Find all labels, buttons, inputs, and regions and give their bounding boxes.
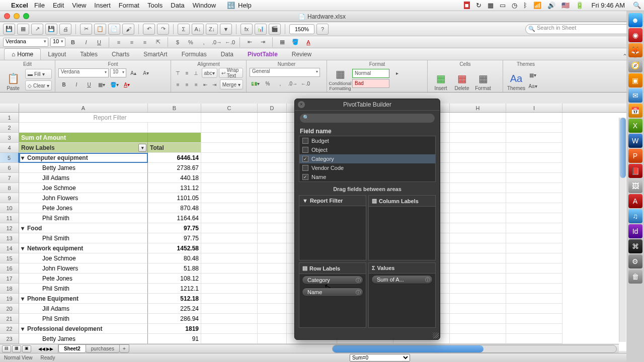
row-header[interactable]: 17 [0,274,19,284]
cell[interactable] [506,263,562,274]
cell[interactable] [450,213,506,223]
cell[interactable] [201,223,258,233]
row-header[interactable]: 21 [0,314,19,324]
show-formulas-button[interactable]: fx [240,24,253,35]
cell[interactable] [506,233,562,243]
pt-value[interactable]: 870.48 [148,203,201,213]
col-header-c[interactable]: C [201,104,258,112]
ribbon-font-picker[interactable]: Verdana [58,68,109,77]
cell[interactable] [450,153,506,163]
cell[interactable] [258,123,287,133]
pt-value[interactable]: 80.48 [148,253,201,263]
cell[interactable] [258,203,287,213]
cell[interactable] [19,123,148,133]
row-header[interactable]: 3 [0,133,19,143]
col-header-a[interactable]: A [19,104,148,112]
cell[interactable] [450,284,506,294]
field-vendor code[interactable]: Vendor Code [299,163,435,172]
pt-value[interactable]: 91 [148,334,201,344]
total-header[interactable]: Total [148,143,201,153]
pt-value[interactable]: 1101.05 [148,193,201,203]
align-center-button[interactable]: ≡ [126,37,137,47]
ribbon-italic[interactable]: I [71,79,82,89]
tab-formulas[interactable]: Formulas [175,49,214,60]
menu-data[interactable]: Data [171,2,184,9]
sync-icon[interactable]: ↻ [476,2,481,9]
cell[interactable] [506,123,562,133]
dock-app-icon[interactable]: ▣ [628,73,642,87]
pt-value[interactable]: 1452.58 [148,243,201,253]
cell[interactable] [201,133,258,143]
cell[interactable] [506,153,562,163]
pt-value[interactable]: 512.18 [148,294,201,304]
increase-decimal-button[interactable]: .0→ [211,37,222,47]
window-minimize-button[interactable] [14,13,20,19]
accounting-button[interactable]: 💵▾ [250,78,261,88]
pt-row-label[interactable]: ▾Computer equipment [19,153,148,163]
tab-pivottable[interactable]: PivotTable [240,49,285,60]
timemachine-icon[interactable]: ◷ [512,2,517,9]
cut-button[interactable]: ✂ [80,24,92,35]
pt-value[interactable]: 440.18 [148,173,201,183]
sheet-tab-2[interactable]: purchases [86,344,120,353]
menubar-clock[interactable]: Fri 9:46 AM [592,2,625,9]
dock-ppt-icon[interactable]: P [628,149,642,163]
pt-row-label[interactable]: Phil Smith [19,213,148,223]
dock-excel-icon[interactable]: X [628,119,642,133]
inc-decimal[interactable]: .0→ [287,78,298,88]
orientation-button[interactable]: abc▾ [202,68,217,78]
wrap-text-button[interactable]: ↩ Wrap Text [219,68,243,78]
select-all-corner[interactable] [0,104,19,112]
redo-button[interactable]: ↷ [157,24,169,35]
normal-view-button[interactable]: ▤ [2,345,11,352]
cell[interactable] [506,294,562,304]
pt-row-label[interactable]: ▾Food [19,223,148,233]
cell[interactable] [258,143,287,153]
cell[interactable] [450,274,506,284]
pt-row-label[interactable]: Phil Smith [19,284,148,294]
cell[interactable] [450,304,506,314]
row-header[interactable]: 11 [0,213,19,223]
col-header-i[interactable]: I [506,104,562,112]
pt-value[interactable]: 97.75 [148,233,201,243]
pt-value[interactable]: 131.12 [148,183,201,193]
recording-icon[interactable]: ■ [464,2,470,9]
cell[interactable] [258,274,287,284]
tab-layout[interactable]: Layout [41,49,73,60]
align-top[interactable]: ⊤ [174,68,182,78]
ribbon-align-left[interactable]: ≡ [174,79,182,89]
row-header[interactable]: 16 [0,263,19,274]
cell[interactable] [201,213,258,223]
tab-charts[interactable]: Charts [105,49,136,60]
sheet-tab-1[interactable]: Sheet2 [58,344,86,353]
ribbon-borders[interactable]: ▦▾ [96,79,107,89]
ribbon-increase-indent[interactable]: ⇥ [211,79,218,89]
pt-row-label[interactable]: Pete Jones [19,203,148,213]
dock-preview-icon[interactable]: 🖼 [628,179,642,193]
grow-font-button[interactable]: A▴ [128,68,139,78]
row-header[interactable]: 2 [0,123,19,133]
dock-finder-icon[interactable]: ☻ [628,13,642,27]
row-header[interactable]: 6 [0,163,19,173]
dock-terminal-icon[interactable]: ⌘ [628,239,642,253]
paste-button-big[interactable]: 📋Paste [3,68,23,91]
ribbon-align-right[interactable]: ≡ [192,79,200,89]
report-filter-area[interactable]: Report Filter [19,113,201,123]
cell[interactable] [450,324,506,334]
row-header[interactable]: 19 [0,294,19,304]
insert-cells-button[interactable]: ▦Insert [431,68,451,91]
cell[interactable] [450,243,506,253]
field-checkbox[interactable] [302,165,308,171]
media-button[interactable]: 🎬 [269,24,281,35]
open-button[interactable]: ▦ [17,24,29,35]
cell[interactable] [450,223,506,233]
row-header[interactable]: 20 [0,304,19,314]
pt-row-label[interactable]: ▾Professional development [19,324,148,334]
cell[interactable] [258,253,287,263]
cell[interactable] [506,334,562,344]
menu-view[interactable]: View [72,2,86,9]
zoom-level[interactable]: 150% [289,24,314,34]
tab-home[interactable]: Home [4,48,41,60]
copy-button[interactable]: 📋 [94,24,106,35]
cell[interactable] [506,133,562,143]
